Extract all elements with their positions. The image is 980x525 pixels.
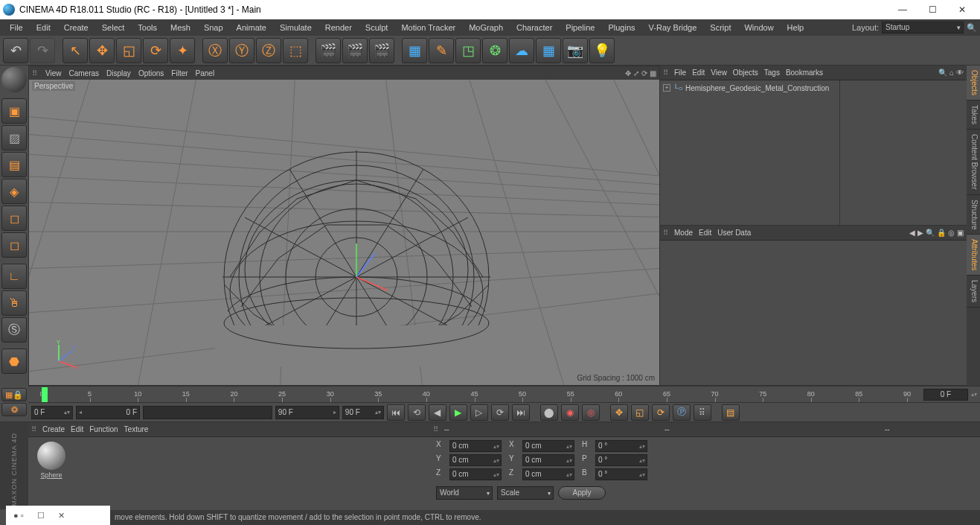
add-camera[interactable]: ▦ xyxy=(536,38,561,63)
z-axis-toggle[interactable]: Ⓩ xyxy=(256,38,281,63)
tab-layers[interactable]: Layers xyxy=(967,276,980,308)
axis-gizmo[interactable]: Y X Z xyxy=(50,340,80,370)
attr-menu-userdata[interactable]: User Data xyxy=(717,229,751,237)
add-light[interactable]: 📷 xyxy=(563,38,588,63)
new-icon[interactable]: ◎ xyxy=(948,229,955,237)
play-button[interactable]: ▶ xyxy=(449,404,467,421)
mat-menu-function[interactable]: Function xyxy=(89,425,118,433)
menu-snap[interactable]: Snap xyxy=(197,19,230,36)
spinner-icon[interactable]: ▴▾ xyxy=(971,391,977,398)
vp-menu-cameras[interactable]: Cameras xyxy=(69,69,100,77)
menu-create[interactable]: Create xyxy=(57,19,95,36)
point-mode[interactable]: ◻ xyxy=(1,206,27,231)
menu-mesh[interactable]: Mesh xyxy=(164,19,197,36)
record-button[interactable]: ⬤ xyxy=(540,404,558,421)
workplane-mode[interactable]: ◈ xyxy=(1,179,27,204)
timeline-end-field[interactable]: 0 F xyxy=(923,389,968,401)
pos-z-field[interactable]: 0 cm▴▾ xyxy=(449,468,502,480)
size-z-field[interactable]: 0 cm▴▾ xyxy=(522,468,574,480)
os-taskbar[interactable]: ● ▫ ☐ ✕ xyxy=(6,506,110,525)
menu-plugins[interactable]: Plugins xyxy=(601,19,641,36)
grip-icon[interactable]: ⠿ xyxy=(32,69,38,77)
size-y-field[interactable]: 0 cm▴▾ xyxy=(522,454,574,466)
grip-icon[interactable]: ⠿ xyxy=(433,425,438,433)
coord-menu[interactable]: -- xyxy=(444,425,449,433)
rot-h-field[interactable]: 0 °▴▾ xyxy=(595,440,647,452)
vp-layout-icon[interactable]: ▦ xyxy=(650,69,656,77)
tab-structure[interactable]: Structure xyxy=(967,195,980,235)
tab-takes[interactable]: Takes xyxy=(967,101,980,130)
goto-start[interactable]: ⏮ xyxy=(387,404,405,421)
param-key[interactable]: Ⓟ xyxy=(673,404,691,421)
menu-simulate[interactable]: Simulate xyxy=(273,19,318,36)
mat-menu-edit[interactable]: Edit xyxy=(71,425,83,433)
obj-menu-objects[interactable]: Objects xyxy=(733,69,758,77)
tab-attributes[interactable]: Attributes xyxy=(967,235,980,276)
apply-button[interactable]: Apply xyxy=(558,486,606,500)
search-icon[interactable]: 🔍 xyxy=(938,69,947,77)
pos-x-field[interactable]: 0 cm▴▾ xyxy=(449,440,502,452)
menu-pipeline[interactable]: Pipeline xyxy=(559,19,601,36)
add-scene[interactable]: 💡 xyxy=(589,38,615,63)
menu-character[interactable]: Character xyxy=(510,19,559,36)
make-editable[interactable]: ▣ xyxy=(1,98,27,124)
add-generator[interactable]: ◳ xyxy=(455,38,481,63)
menu-edit[interactable]: Edit xyxy=(30,19,57,36)
menu-motion-tracker[interactable]: Motion Tracker xyxy=(394,19,462,36)
object-name[interactable]: Hemisphere_Geodesic_Metal_Construction xyxy=(685,84,829,92)
obj-menu-bookmarks[interactable]: Bookmarks xyxy=(786,69,823,77)
lock-icon[interactable]: 🔒 xyxy=(937,229,946,237)
close-button[interactable]: ✕ xyxy=(947,0,977,19)
coord-scale-dropdown[interactable]: Scale xyxy=(497,486,554,500)
task-restore-icon[interactable]: ☐ xyxy=(37,511,45,521)
maximize-button[interactable]: ☐ xyxy=(917,0,947,19)
x-axis-toggle[interactable]: Ⓧ xyxy=(202,38,228,63)
rot-b-field[interactable]: 0 °▴▾ xyxy=(595,468,647,480)
model-mode[interactable]: ▨ xyxy=(1,125,27,150)
menu-help[interactable]: Help xyxy=(781,19,811,36)
task-app-icon[interactable]: ● ▫ xyxy=(13,511,24,520)
tweak-mode[interactable]: 🖱 xyxy=(1,290,27,316)
menu-window[interactable]: Window xyxy=(737,19,780,36)
texture-mode[interactable]: ▤ xyxy=(1,152,27,177)
attr-menu-mode[interactable]: Mode xyxy=(674,229,693,237)
rot-p-field[interactable]: 0 °▴▾ xyxy=(595,454,647,466)
add-environment[interactable]: ☁ xyxy=(509,38,534,63)
menu-sculpt[interactable]: Sculpt xyxy=(359,19,395,36)
frame-range-end[interactable]: 90 F▸ xyxy=(275,406,339,419)
obj-menu-tags[interactable]: Tags xyxy=(764,69,780,77)
vp-zoom-icon[interactable]: ⤢ xyxy=(633,69,639,77)
step-fwd[interactable]: ▷ xyxy=(470,404,488,421)
layout-dropdown[interactable]: Startup xyxy=(882,22,964,34)
autokey-button[interactable]: ◉ xyxy=(561,404,579,421)
mat-menu-create[interactable]: Create xyxy=(42,425,65,433)
obj-menu-file[interactable]: File xyxy=(674,69,686,77)
select-tool[interactable]: ↖ xyxy=(63,38,88,63)
goto-end[interactable]: ⏭ xyxy=(512,404,530,421)
coord-world-dropdown[interactable]: World xyxy=(436,486,493,500)
tab-content[interactable]: Content Browser xyxy=(967,130,980,194)
undo-button[interactable]: ↶ xyxy=(3,38,28,63)
y-axis-toggle[interactable]: Ⓨ xyxy=(229,38,254,63)
scale-tool[interactable]: ◱ xyxy=(116,38,141,63)
add-deformer[interactable]: ❂ xyxy=(482,38,507,63)
pos-y-field[interactable]: 0 cm▴▾ xyxy=(449,454,502,466)
render-settings[interactable]: 🎬 xyxy=(369,38,394,63)
mat-menu-texture[interactable]: Texture xyxy=(124,425,149,433)
menu-script[interactable]: Script xyxy=(703,19,737,36)
menu-select[interactable]: Select xyxy=(95,19,132,36)
viewport-3d[interactable]: Perspective xyxy=(29,80,659,385)
home-icon[interactable]: ⌂ xyxy=(949,69,954,77)
step-fwd-key[interactable]: ⟳ xyxy=(491,404,509,421)
search-icon[interactable]: 🔍 xyxy=(967,23,977,33)
timeline-ruler[interactable]: ▦🔒 ❂ 05101520253035404550556065707580859… xyxy=(28,386,980,402)
object-tree[interactable]: + └○ Hemisphere_Geodesic_Metal_Construct… xyxy=(660,80,840,225)
menu-mograph[interactable]: MoGraph xyxy=(462,19,510,36)
minimize-button[interactable]: — xyxy=(888,0,917,19)
scale-key[interactable]: ◱ xyxy=(631,404,649,421)
grip-icon[interactable]: ⠿ xyxy=(663,69,668,77)
grip-icon[interactable]: ⠿ xyxy=(663,229,668,237)
layers-icon[interactable]: ❂ xyxy=(1,403,27,416)
obj-menu-edit[interactable]: Edit xyxy=(692,69,705,77)
soft-select[interactable]: ⬣ xyxy=(1,349,27,374)
